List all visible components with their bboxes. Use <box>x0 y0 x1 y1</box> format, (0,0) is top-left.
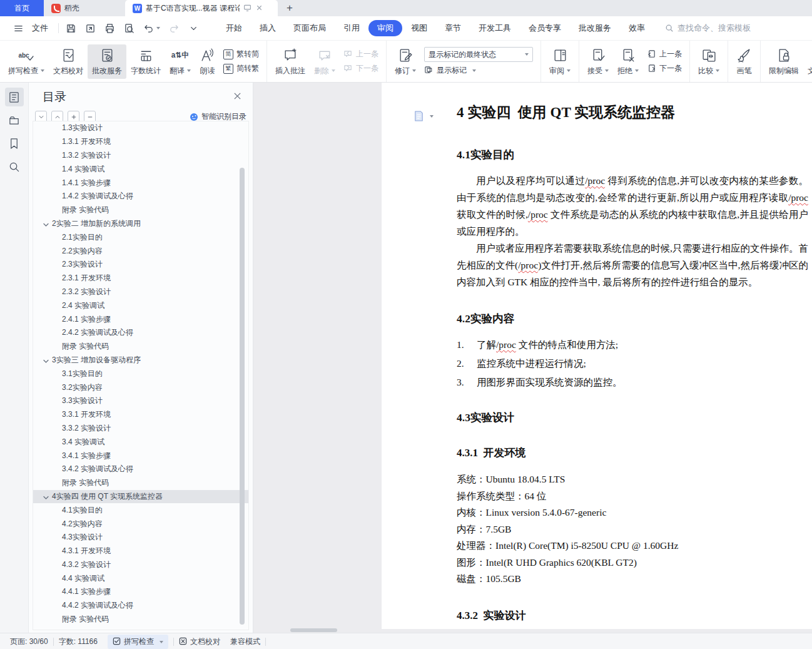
doc-heading[interactable]: 4.3实验设计 <box>457 410 808 425</box>
doc-paragraph[interactable]: 用户或者应用程序若需要获取系统信息的时候,只需要进行相应的文件操作。首先相应的文… <box>457 240 808 290</box>
toc-item[interactable]: 3.4 实验调试 <box>33 435 248 449</box>
menu-item-章节[interactable]: 章节 <box>436 20 470 36</box>
doc-list-item[interactable]: 1.了解/proc 文件的特点和使用方法; <box>457 335 808 354</box>
command-search[interactable]: 查找命令、搜索模板 <box>665 23 751 34</box>
doc-paragraph[interactable]: 用户以及程序均可以通过/proc 得到系统的信息,并可以改变内核的某些参数。由于… <box>457 172 808 240</box>
toc-item[interactable]: 2.3.2 实验设计 <box>33 285 248 299</box>
doc-proof-status-button[interactable]: 文档校对 <box>174 636 225 647</box>
spell-check-toggle[interactable]: 拼写检查 <box>108 635 168 649</box>
menu-item-会员专享[interactable]: 会员专享 <box>520 20 570 36</box>
toc-item[interactable]: 3.1实验目的 <box>33 367 248 381</box>
file-menu[interactable]: 文件 <box>0 23 56 34</box>
chevron-down-icon[interactable] <box>43 494 49 499</box>
doc-heading[interactable]: 4.1实验目的 <box>457 147 808 162</box>
tab-docer[interactable]: 稻壳 <box>44 0 125 16</box>
undo-icon[interactable] <box>139 23 165 34</box>
toc-panel-icon[interactable] <box>5 88 24 106</box>
toc-item[interactable]: 2.3.1 开发环境 <box>33 272 248 285</box>
accept-change-button[interactable]: 接受 <box>583 44 613 79</box>
print-icon[interactable] <box>100 23 119 34</box>
chevron-down-icon[interactable] <box>43 357 49 363</box>
toc-item[interactable]: 2.4.1 实验步骤 <box>33 312 248 326</box>
revise-button[interactable]: 修订 <box>390 44 420 79</box>
toc-item[interactable]: 1.3.2 实验设计 <box>33 149 248 163</box>
doc-spec-line[interactable]: 操作系统类型：64 位 <box>457 488 808 505</box>
delete-comment-button[interactable]: 删除 <box>310 44 340 79</box>
export-icon[interactable] <box>81 23 100 34</box>
menu-item-视图[interactable]: 视图 <box>402 20 436 36</box>
toc-item[interactable]: 4.4.1 实验步骤 <box>33 585 248 599</box>
toc-item[interactable]: 3.3实验设计 <box>33 394 248 408</box>
word-count-button[interactable]: 字数统计 <box>126 44 165 79</box>
toc-item[interactable]: 2.2实验内容 <box>33 244 248 258</box>
spell-check-button[interactable]: abc 拼写检查 <box>4 44 49 79</box>
toc-item[interactable]: 附录 实验代码 <box>33 340 248 354</box>
doc-list-item[interactable]: 2.监控系统中进程运行情况; <box>457 354 808 373</box>
brush-button[interactable]: 画笔 <box>732 44 756 79</box>
toc-item[interactable]: 附录 实验代码 <box>33 476 248 490</box>
document-page[interactable]: 4 实验四 使用 QT 实现系统监控器4.1实验目的用户以及程序均可以通过/pr… <box>382 83 812 629</box>
doc-heading[interactable]: 4.3.1 开发环境 <box>457 446 808 460</box>
restrict-edit-button[interactable]: 限制编辑 <box>764 44 803 79</box>
page-options-icon[interactable] <box>413 110 434 122</box>
find-panel-icon[interactable] <box>5 157 24 176</box>
prev-change-button[interactable]: 上一条 <box>647 49 682 59</box>
tab-document[interactable]: W 基于C语言实现...视器 课程论文 <box>125 0 278 16</box>
close-panel-icon[interactable] <box>233 91 241 103</box>
toc-item[interactable]: 3.3.1 开发环境 <box>33 408 248 422</box>
next-change-button[interactable]: 下一条 <box>647 63 682 74</box>
doc-spec-line[interactable]: 处理器：Intel(R) Core(TM) i5-8250U CPU @ 1.6… <box>457 538 808 554</box>
toc-item[interactable]: 2.1实验目的 <box>33 230 248 244</box>
next-comment-button[interactable]: 下一条 <box>343 63 378 74</box>
doc-spec-line[interactable]: 磁盘：105.5GB <box>457 571 808 588</box>
toc-item[interactable]: 2.3实验设计 <box>33 258 248 272</box>
insert-comment-button[interactable]: 插入批注 <box>271 44 310 79</box>
chevron-down-icon[interactable] <box>43 221 49 227</box>
toc-item[interactable]: 4.2实验内容 <box>33 517 248 531</box>
menu-item-开发工具[interactable]: 开发工具 <box>470 20 520 36</box>
reject-change-button[interactable]: 拒绝 <box>613 44 643 79</box>
toc-item[interactable]: 1.4.2 实验调试及心得 <box>33 190 248 203</box>
doc-spec-line[interactable]: 内存：7.5GB <box>457 521 808 538</box>
toc-item[interactable]: 3.4.1 实验步骤 <box>33 449 248 462</box>
menu-item-页面布局[interactable]: 页面布局 <box>285 20 335 36</box>
compare-button[interactable]: 比较 <box>694 44 724 79</box>
tab-home[interactable]: 首页 <box>0 0 44 16</box>
print-preview-icon[interactable] <box>119 23 139 34</box>
toc-item[interactable]: 1.4 实验调试 <box>33 162 248 176</box>
toc-item[interactable]: 4.3.2 实验设计 <box>33 558 248 572</box>
present-mode-icon[interactable] <box>243 4 251 13</box>
menu-item-插入[interactable]: 插入 <box>251 20 285 36</box>
save-icon[interactable] <box>61 23 81 34</box>
doc-spec-line[interactable]: 内核：Linux version 5.4.0-67-generic <box>457 504 808 521</box>
doc-list-item[interactable]: 3.用图形界面实现系统资源的监控。 <box>457 373 808 392</box>
doc-heading[interactable]: 4 实验四 使用 QT 实现系统监控器 <box>457 103 808 122</box>
toc-item[interactable]: 4.1实验目的 <box>33 503 248 517</box>
toc-item[interactable]: 3实验三 增加设备驱动程序 <box>33 354 248 367</box>
more-commands-icon[interactable] <box>184 23 203 34</box>
toc-item[interactable]: 2.4.2 实验调试及心得 <box>33 326 248 340</box>
show-markup-button[interactable]: 显示标记 <box>424 65 533 76</box>
toc-item[interactable]: 2实验二 增加新的系统调用 <box>33 217 248 231</box>
toc-item[interactable]: 附录 实验代码 <box>33 203 248 217</box>
toc-item[interactable]: 1.3.1 开发环境 <box>33 135 248 149</box>
doc-spec-line[interactable]: 图形：Intel(R UHD Graphics 620(KBL GT2) <box>457 554 808 571</box>
menu-item-批改服务[interactable]: 批改服务 <box>570 20 620 36</box>
read-aloud-button[interactable]: 朗读 <box>195 44 220 79</box>
translate-button[interactable]: a⇅中 翻译 <box>165 44 195 79</box>
redo-icon[interactable] <box>165 23 184 34</box>
simp-to-trad-button[interactable]: 繁简转繁 <box>223 63 259 74</box>
doc-spec-line[interactable]: 系统：Ubuntu 18.04.5 LTS <box>457 471 808 488</box>
toc-item[interactable]: 附录 实验代码 <box>33 613 248 626</box>
markup-state-select[interactable]: 显示标记的最终状态 <box>424 47 533 62</box>
doc-permission-button[interactable]: 文档权限 <box>803 44 812 79</box>
comments-panel-icon[interactable] <box>5 111 24 130</box>
doc-heading[interactable]: 4.2实验内容 <box>457 311 808 326</box>
correction-service-button[interactable]: 批改服务 <box>88 44 126 79</box>
toc-item[interactable]: 4.3实验设计 <box>33 531 248 544</box>
toc-scrollbar[interactable] <box>240 168 245 625</box>
review-panel-button[interactable]: 审阅 <box>545 44 575 79</box>
menu-item-引用[interactable]: 引用 <box>335 20 368 36</box>
doc-heading[interactable]: 4.3.2 实验设计 <box>457 608 808 623</box>
bookmark-icon[interactable] <box>5 134 24 153</box>
